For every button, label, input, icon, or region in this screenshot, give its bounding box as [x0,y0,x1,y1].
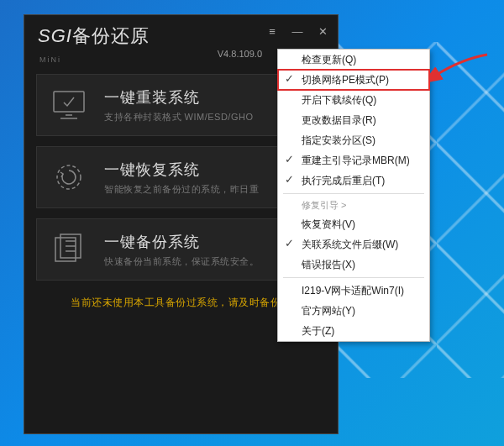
menu-label: 切换网络PE模式(P) [302,73,389,87]
card-title: 一键重装系统 [104,87,253,108]
menu-label: 错误报告(X) [302,258,355,272]
menu-section-header: 修复引导 > [278,197,429,214]
logo-roman: SGI [38,25,72,46]
mini-label: MiNi [39,55,61,64]
menu-label: 关于(Z) [302,324,334,338]
check-icon: ✓ [285,173,294,186]
menu-item-change-dir[interactable]: 更改数据目录(R) [278,110,429,130]
monitor-icon [47,87,91,123]
menu-item-assoc-ext[interactable]: ✓ 关联系统文件后缀(W) [278,234,429,254]
menu-item-about[interactable]: 关于(Z) [278,321,429,341]
close-icon[interactable]: ✕ [314,24,331,39]
menu-icon[interactable]: ≡ [264,24,281,39]
card-desc: 智能恢复之前备份过的系统，昨日重 [104,183,259,196]
menu-item-check-update[interactable]: 检查更新(Q) [278,50,429,70]
menu-separator [283,277,424,278]
menu-label: 更改数据目录(R) [302,113,376,128]
check-icon: ✓ [285,237,294,249]
window-controls: ≡ — ✕ [264,24,331,39]
menu-label: 官方网站(Y) [302,304,355,318]
menu-item-restart-after[interactable]: ✓ 执行完成后重启(T) [278,171,429,191]
card-title: 一键恢复系统 [104,160,259,180]
menu-item-rebuild-mbr[interactable]: ✓ 重建主引导记录MBR(M) [278,150,429,171]
svg-rect-0 [54,92,84,112]
check-icon: ✓ [285,153,294,165]
svg-point-3 [57,165,81,189]
menu-item-switch-pe[interactable]: ✓ 切换网络PE模式(P) [278,70,429,90]
check-icon: ✓ [285,72,294,85]
menu-label: 重建主引导记录MBR(M) [302,154,410,168]
menu-item-target-partition[interactable]: 指定安装分区(S) [278,130,429,150]
card-desc: 快速备份当前系统，保证系统安全。 [104,255,259,268]
restore-icon [47,159,91,196]
menu-label: 关联系统文件后缀(W) [302,238,398,252]
menu-separator [283,193,424,194]
menu-label: 检查更新(Q) [302,53,356,67]
backup-icon [47,231,91,268]
card-text: 一键恢复系统 智能恢复之前备份过的系统，昨日重 [104,160,259,196]
version-label: V4.8.109.0 [218,49,262,59]
menu-label: 恢复资料(V) [302,218,355,232]
menu-label: I219-V网卡适配Win7(I) [302,284,404,298]
card-text: 一键备份系统 快速备份当前系统，保证系统安全。 [104,232,259,268]
card-text: 一键重装系统 支持各种封装格式 WIM/ESD/GHO [104,87,253,123]
menu-item-restore-data[interactable]: 恢复资料(V) [278,214,429,234]
menu-item-error-report[interactable]: 错误报告(X) [278,254,429,275]
annotation-arrow [428,50,496,92]
context-menu: 检查更新(Q) ✓ 切换网络PE模式(P) 开启下载续传(Q) 更改数据目录(R… [277,49,430,342]
menu-label: 指定安装分区(S) [302,134,375,148]
minimize-icon[interactable]: — [289,24,306,39]
logo-chinese: 备份还原 [72,25,150,46]
menu-item-resume-download[interactable]: 开启下载续传(Q) [278,90,429,110]
menu-label: 开启下载续传(Q) [302,93,376,108]
menu-item-website[interactable]: 官方网站(Y) [278,301,429,321]
card-title: 一键备份系统 [104,232,259,252]
card-desc: 支持各种封装格式 WIM/ESD/GHO [104,111,253,123]
menu-item-i219v[interactable]: I219-V网卡适配Win7(I) [278,281,429,301]
menu-label: 执行完成后重启(T) [302,174,385,188]
